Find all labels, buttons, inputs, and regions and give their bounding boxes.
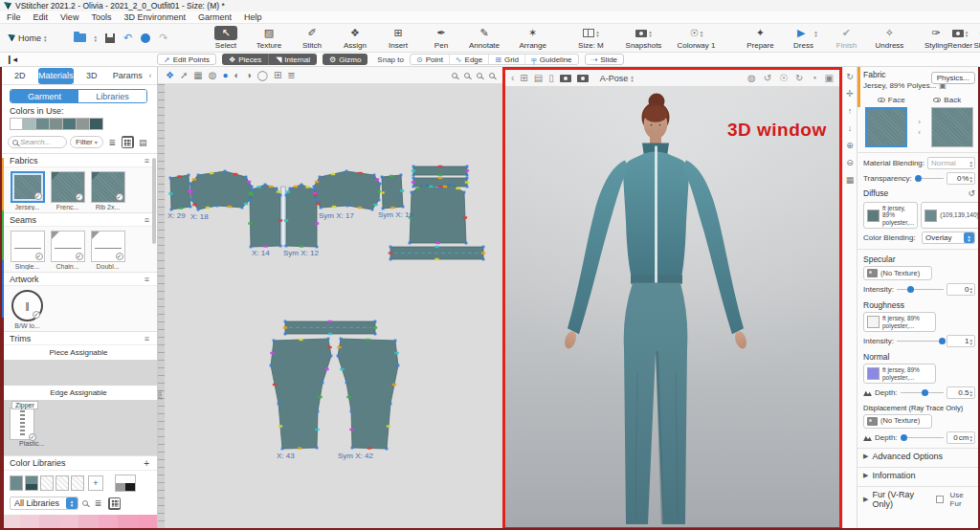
color-in-use-swatch[interactable] xyxy=(90,118,103,130)
tool-select[interactable]: ↖Select xyxy=(206,26,245,50)
specular-intensity-slider[interactable] xyxy=(897,289,944,290)
snap-guideline[interactable]: ╤Guideline xyxy=(525,55,577,64)
seam-item[interactable]: ✓Single... xyxy=(10,231,45,270)
menu-tools[interactable]: Tools xyxy=(91,12,111,22)
tool-styling[interactable]: ✑ Styling xyxy=(924,26,947,50)
roughness-intensity-slider[interactable] xyxy=(897,341,944,342)
tool-assign[interactable]: ❖Assign xyxy=(335,26,374,50)
copy-right-icon[interactable]: › xyxy=(918,118,921,126)
seam-item[interactable]: ✓Chain... xyxy=(50,231,85,270)
image-view-icon[interactable]: ▦ xyxy=(193,71,202,80)
avatar-icon[interactable]: ☉ xyxy=(779,74,788,83)
palette-swatch[interactable] xyxy=(138,515,158,528)
roughness-intensity-value[interactable]: 1 xyxy=(947,335,975,347)
palette-swatch[interactable] xyxy=(59,515,79,528)
internal-toggle[interactable]: ◥ Internal xyxy=(268,54,317,65)
rotate-left-icon[interactable]: ↺ xyxy=(764,74,771,83)
edit-points-button[interactable]: ➚ Edit Points xyxy=(157,54,216,65)
palette-swatch[interactable] xyxy=(78,515,99,528)
displacement-texture-button[interactable]: (No Texture) xyxy=(863,414,932,429)
home-dropdown[interactable]: Home xyxy=(8,33,47,43)
seam-item[interactable]: ✓Doubl... xyxy=(90,231,125,270)
stitch-view-icon[interactable]: ➚ xyxy=(180,71,188,80)
snap-edge[interactable]: ∿Edge xyxy=(450,55,489,64)
library-grid-icon[interactable] xyxy=(108,497,121,510)
back-visibility-icon[interactable] xyxy=(933,98,941,102)
tool-texture[interactable]: ▨Texture xyxy=(249,26,288,50)
zoom-out-icon[interactable]: ⊖ xyxy=(846,159,854,167)
menu-file[interactable]: File xyxy=(7,12,21,22)
tool-dress[interactable]: ▶Dress xyxy=(784,26,823,50)
undo-icon[interactable]: ↶ xyxy=(123,33,132,43)
selector-size-m[interactable]: Size: M xyxy=(571,26,611,50)
snap-point[interactable]: ⊙Point xyxy=(411,55,450,64)
selector-snapshots[interactable]: Snapshots xyxy=(624,26,663,50)
color-blending-select[interactable]: Overlay xyxy=(922,232,975,244)
collapse-panel-icon[interactable]: ❙◂ xyxy=(6,55,17,64)
artwork-section-header[interactable]: Artwork ≡ xyxy=(0,272,157,286)
search-input[interactable]: Search... xyxy=(8,136,67,148)
tool-finish[interactable]: ✔Finish xyxy=(827,26,866,50)
grid-view-icon[interactable]: ⊞ xyxy=(274,71,281,80)
render-mode-icon[interactable]: ◍ xyxy=(209,71,217,80)
rotate-right-icon[interactable]: ↻ xyxy=(795,74,803,83)
list-view-icon[interactable]: ≣ xyxy=(106,136,119,148)
save-icon[interactable] xyxy=(105,33,115,43)
fabrics-section-header[interactable]: Fabrics ≡ xyxy=(0,153,157,167)
transparency-slider[interactable] xyxy=(915,178,944,179)
zoom-fit-icon[interactable] xyxy=(477,73,482,78)
move-down-icon[interactable]: ↓ xyxy=(848,124,853,133)
orbit-avatar-icon[interactable]: ◍ xyxy=(747,74,756,83)
tab-3d[interactable]: 3D xyxy=(74,68,110,84)
information-disclosure[interactable]: ▶Information xyxy=(858,467,980,482)
tab-params[interactable]: Params xyxy=(110,68,146,84)
advanced-options-disclosure[interactable]: ▶Advanced Options xyxy=(858,448,980,463)
tool-stitch[interactable]: ✐Stitch xyxy=(292,26,331,50)
tool-prepare[interactable]: ✦Prepare xyxy=(741,26,780,50)
library-list-icon[interactable]: ≣ xyxy=(92,497,104,510)
pattern-piece-sleeve-right[interactable] xyxy=(314,171,380,210)
normal-texture-button[interactable]: ft jersey, 89% polyester,... xyxy=(863,364,936,384)
outline-view-icon[interactable]: ◯ xyxy=(257,71,268,80)
pattern-piece-shoulder[interactable] xyxy=(382,175,403,209)
measure-icon[interactable]: ≣ xyxy=(287,71,295,80)
snap-grid[interactable]: ⊞Grid xyxy=(489,55,525,64)
pattern-piece-collar-inner[interactable] xyxy=(413,178,467,187)
turntable-icon[interactable]: ◔ xyxy=(812,74,817,83)
sync-icon[interactable] xyxy=(141,33,150,43)
face-swatch[interactable] xyxy=(865,107,907,147)
fur-disclosure[interactable]: ▶Fur (V-Ray Only) Use Fur xyxy=(858,486,980,511)
window-layout-icon[interactable]: ▣ xyxy=(825,74,834,83)
library-select[interactable]: All Libraries xyxy=(10,497,78,510)
edge-assignable-tab[interactable]: Edge Assignable xyxy=(0,386,157,400)
empty-swatch[interactable] xyxy=(40,475,54,491)
ruler-icon[interactable]: ▯ xyxy=(548,74,554,83)
tab-libraries[interactable]: Libraries xyxy=(78,90,146,102)
roughness-texture-button[interactable]: ft jersey, 89% polyester,... xyxy=(863,312,936,332)
color-in-use-swatch[interactable] xyxy=(10,118,23,130)
menu-view[interactable]: View xyxy=(60,12,78,22)
palette-swatch[interactable] xyxy=(20,515,40,528)
transparency-value[interactable]: 0% xyxy=(947,172,975,185)
normal-depth-value[interactable]: 0.5 xyxy=(947,386,975,399)
collapse-tabs-icon[interactable]: ‹ xyxy=(145,71,155,80)
fabric-item[interactable]: ✓Jersey... xyxy=(10,171,45,210)
seams-menu-icon[interactable]: ≡ xyxy=(145,215,149,225)
tab-2d[interactable]: 2D xyxy=(2,68,38,84)
tool-arrange[interactable]: ✶ Arrange xyxy=(519,26,546,50)
pieces-toggle[interactable]: ❖ Pieces xyxy=(222,54,268,65)
filter-dropdown[interactable]: Filter▾ xyxy=(70,136,103,148)
selector-colorway-1[interactable]: ☉Colorway 1 xyxy=(677,26,716,50)
move-up-icon[interactable]: ↑ xyxy=(848,107,853,116)
face-visibility-icon[interactable] xyxy=(878,98,885,102)
open-folder-icon[interactable] xyxy=(74,33,86,42)
tool-annotate[interactable]: ✎Annotate xyxy=(464,26,503,50)
library-search-icon[interactable] xyxy=(82,500,88,506)
color-in-use-swatch[interactable] xyxy=(77,118,90,130)
diffuse-texture-button[interactable]: ft jersey, 89% polyester,... xyxy=(863,202,918,229)
normal-depth-slider[interactable] xyxy=(901,392,944,393)
palette-swatch[interactable] xyxy=(99,515,119,528)
fabric-item[interactable]: ✓Frenc... xyxy=(50,171,85,210)
gizmo-toggle[interactable]: ⚙ Gizmo xyxy=(323,54,368,65)
bw-swatch-group[interactable] xyxy=(115,475,136,492)
